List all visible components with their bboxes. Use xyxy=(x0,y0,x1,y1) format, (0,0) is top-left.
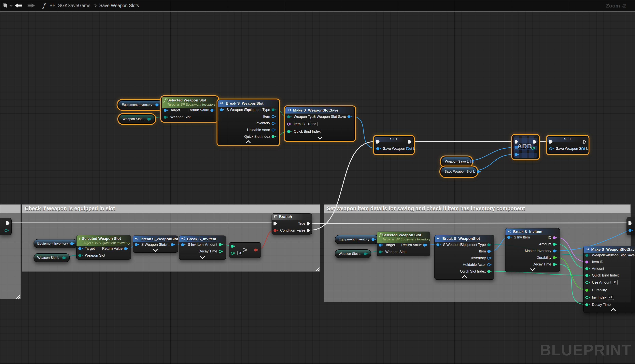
offscreen-node-right[interactable] xyxy=(626,217,635,235)
fn-selected-weapon-slot-1-pin-target[interactable] xyxy=(164,109,169,112)
var-get-weapon-save-l[interactable]: Weapon Save L xyxy=(441,157,472,166)
var-get-weapon-slot-l-1[interactable]: Weapon Slot L xyxy=(119,114,155,124)
break-s-invitem-1-pin-s-inv-item[interactable] xyxy=(181,243,186,246)
break-s-weaponslot-3-pin-item[interactable] xyxy=(487,250,493,253)
expand-chevron-icon[interactable] xyxy=(200,254,205,259)
fn-selected-weapon-slot-3-pin-target[interactable] xyxy=(379,244,384,246)
var-get-equipment-inventory-3-pin-equipment-inventory[interactable] xyxy=(372,238,377,241)
array-add-node-pin-blue[interactable] xyxy=(515,153,520,156)
set-save-weapon-slot-l-2[interactable]: SETSave Weapon Slot L xyxy=(547,136,588,154)
make-s-weaponslotsave-1-value-box[interactable]: None xyxy=(307,122,318,126)
greater-than-node-pin-mint[interactable] xyxy=(231,245,236,248)
make-s-weaponslotsave-2-pin-quick-bind-index[interactable] xyxy=(585,274,591,277)
make-s-weaponslotsave-2-value-box[interactable]: 0 xyxy=(613,280,618,285)
fn-selected-weapon-slot-3[interactable]: ƒSelected Weapon SlotTarget is BP Equipm… xyxy=(377,232,430,256)
break-s-weaponslot-1-pin-equipment-type[interactable] xyxy=(272,108,277,111)
make-s-weaponslotsave-2[interactable]: Make S_WeaponSlotSaveWeapon TypeItem IDA… xyxy=(583,246,635,313)
break-s-weaponslot-1-pin-inventory[interactable] xyxy=(272,122,277,125)
fn-selected-weapon-slot-1[interactable]: ƒSelected Weapon SlotTarget is BP Equipm… xyxy=(162,97,218,121)
var-get-equipment-inventory-2-pin-equipment-inventory[interactable] xyxy=(70,242,76,245)
expand-chevron-icon[interactable] xyxy=(318,135,322,140)
break-s-weaponslot-3-pin-holdable-actor[interactable] xyxy=(487,263,493,266)
array-add-node-exec-pin[interactable] xyxy=(515,140,518,144)
comment-offscreen-left-header[interactable] xyxy=(0,204,21,213)
set-save-weapon-slot-l-1[interactable]: SETSave Weapon Slot L xyxy=(374,136,413,154)
fn-selected-weapon-slot-1-pin-return-value[interactable] xyxy=(210,109,216,112)
fn-selected-weapon-slot-1-pin-weapon-slot[interactable] xyxy=(164,116,169,119)
break-s-weaponslot-2[interactable]: Break S_WeaponSlotS Weapon SlotItem xyxy=(133,236,178,253)
collapse-chevron-icon[interactable] xyxy=(462,275,467,280)
make-s-weaponslotsave-1-pin-item-id[interactable] xyxy=(287,122,292,126)
array-add-node-exec-pin[interactable] xyxy=(533,140,536,144)
var-get-equipment-inventory-1-pin-equipment-inventory[interactable] xyxy=(155,104,161,106)
fn-selected-weapon-slot-2-pin-return-value[interactable] xyxy=(124,247,129,250)
fn-selected-weapon-slot-2-pin-weapon-slot[interactable] xyxy=(78,254,84,257)
var-get-save-weapon-slot-l[interactable]: Save Weapon Slot L xyxy=(441,167,477,176)
break-s-invitem-2-pin-master-inventory[interactable] xyxy=(553,250,558,252)
break-s-weaponslot-2-pin-item[interactable] xyxy=(171,243,176,246)
break-s-invitem-2-pin-s-inv-item[interactable] xyxy=(507,236,512,239)
offscreen-node-right-pin-blue[interactable] xyxy=(628,229,634,232)
make-s-weaponslotsave-2-pin-weapon-type[interactable] xyxy=(585,254,591,257)
set-save-weapon-slot-l-1-exec-pin[interactable] xyxy=(408,140,411,144)
break-s-invitem-1[interactable]: Break S_InvItemS Inv ItemAmountDecay Tim… xyxy=(179,236,226,260)
fn-selected-weapon-slot-3-pin-return-value[interactable] xyxy=(423,244,428,246)
expand-chevron-icon[interactable] xyxy=(153,247,158,252)
branch-node[interactable]: BranchConditionTrueFalse xyxy=(272,214,312,234)
var-get-weapon-slot-l-3-pin-weapon-slot-l[interactable] xyxy=(364,252,369,256)
make-s-weaponslotsave-2-pin-item-id[interactable] xyxy=(585,260,591,264)
array-add-node-pin-mint[interactable] xyxy=(531,146,537,150)
var-get-save-weapon-slot-l-pin-save-weapon-slot-l[interactable] xyxy=(477,170,482,173)
break-s-weaponslot-3-pin-s-weapon-slot[interactable] xyxy=(436,244,442,246)
make-s-weaponslotsave-2-pin-use-amount[interactable] xyxy=(585,281,591,284)
var-get-equipment-inventory-1[interactable]: Equipment Inventory xyxy=(118,100,163,110)
bookmark-icon[interactable] xyxy=(3,3,7,8)
fn-selected-weapon-slot-3-pin-weapon-slot[interactable] xyxy=(379,250,384,254)
var-get-equipment-inventory-2[interactable]: Equipment Inventory xyxy=(34,239,78,248)
back-arrow-icon[interactable] xyxy=(15,3,22,8)
var-get-weapon-slot-l-2-pin-weapon-slot-l[interactable] xyxy=(62,256,68,259)
greater-than-node-pin-red[interactable] xyxy=(254,248,260,252)
offscreen-node-right-exec-pin[interactable] xyxy=(628,221,632,225)
breadcrumb-current[interactable]: Save Weapon Slots xyxy=(99,3,139,8)
offscreen-node-left-exec-pin[interactable] xyxy=(6,221,10,225)
make-s-weaponslotsave-2-value-box[interactable]: -1 xyxy=(608,295,614,300)
make-s-weaponslotsave-1-pin-s-weapon-slot-save[interactable] xyxy=(347,115,353,118)
expand-chevron-icon[interactable] xyxy=(530,266,535,271)
fn-selected-weapon-slot-2[interactable]: ƒSelected Weapon SlotTarget is BP Equipm… xyxy=(76,235,131,260)
resize-handle-icon[interactable] xyxy=(316,267,319,271)
var-get-weapon-slot-l-3[interactable]: Weapon Slot L xyxy=(335,249,371,258)
branch-node-pin-condition[interactable] xyxy=(274,229,279,232)
make-s-weaponslotsave-2-pin-decay-time[interactable] xyxy=(585,303,591,306)
offscreen-node-left[interactable] xyxy=(0,218,12,235)
comment-set-weapon-details-header[interactable]: Set weapon item details for saving and c… xyxy=(324,204,630,213)
make-s-weaponslotsave-1-pin-quick-bind-index[interactable] xyxy=(287,130,292,133)
make-s-weaponslotsave-2-pin-amount[interactable] xyxy=(585,267,591,270)
offscreen-node-left-pin-teal[interactable] xyxy=(5,229,10,232)
set-save-weapon-slot-l-1-pin-blue[interactable] xyxy=(406,147,412,150)
set-save-weapon-slot-l-1-pin-save-weapon-slot-l[interactable] xyxy=(376,147,382,150)
make-s-weaponslotsave-1-pin-weapon-type[interactable] xyxy=(287,115,292,118)
greater-than-node[interactable]: >0 xyxy=(229,242,261,258)
break-s-invitem-1-pin-amount[interactable] xyxy=(219,243,224,246)
break-s-weaponslot-1-pin-item[interactable] xyxy=(272,115,277,118)
make-s-weaponslotsave-2-pin-durability[interactable] xyxy=(585,289,591,292)
greater-than-node-value-box[interactable]: 0 xyxy=(237,251,242,256)
set-save-weapon-slot-l-2-pin-blue[interactable] xyxy=(581,147,586,150)
branch-node-exec-pin[interactable] xyxy=(307,222,310,226)
break-s-weaponslot-3-pin-quick-slot-index[interactable] xyxy=(487,270,493,273)
breadcrumb-root[interactable]: BP_SGKSaveGame xyxy=(50,3,90,8)
fn-selected-weapon-slot-2-pin-target[interactable] xyxy=(78,247,84,250)
break-s-invitem-1-pin-decay-time[interactable] xyxy=(219,250,224,253)
branch-node-exec-pin[interactable] xyxy=(307,228,310,232)
var-get-weapon-slot-l-1-pin-weapon-slot-l[interactable] xyxy=(147,118,153,120)
make-s-weaponslotsave-1[interactable]: Make S_WeaponSlotSaveWeapon TypeItem IDN… xyxy=(285,107,355,140)
var-get-equipment-inventory-3[interactable]: Equipment Inventory xyxy=(335,235,379,244)
var-get-weapon-save-l-array-grid-pin[interactable] xyxy=(470,160,474,164)
break-s-weaponslot-3-pin-inventory[interactable] xyxy=(487,256,493,260)
break-s-invitem-2-pin-id[interactable] xyxy=(553,236,558,239)
break-s-weaponslot-1-pin-s-weapon-slot[interactable] xyxy=(220,108,225,111)
collapse-chevron-icon[interactable] xyxy=(246,140,251,145)
break-s-weaponslot-1-pin-quick-slot-index[interactable] xyxy=(272,135,277,138)
blueprint-graph-canvas[interactable]: BLUEPRINT Check if weapon is equipped in… xyxy=(0,0,635,364)
